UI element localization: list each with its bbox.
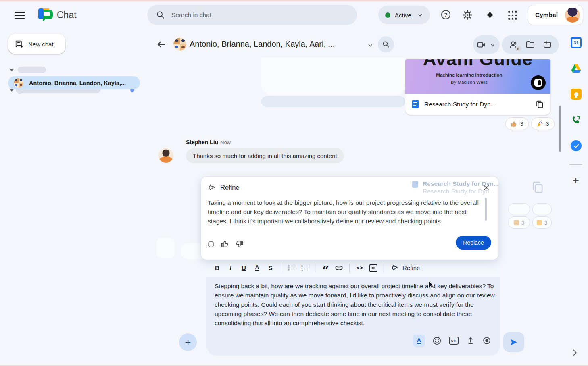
compose-panel: B I U A S 123 “	[206, 259, 500, 356]
reaction-party-popper[interactable]: 3	[531, 117, 555, 130]
attachment-row[interactable]: Research Study for Dyn...	[405, 94, 550, 115]
close-icon[interactable]	[483, 184, 490, 191]
app-title: Chat	[57, 10, 77, 21]
google-voice-icon[interactable]	[571, 114, 582, 125]
back-arrow-icon[interactable]	[156, 40, 166, 49]
refine-dialog-title: Refine	[220, 184, 240, 191]
link-icon	[335, 264, 343, 272]
google-chat-window: Chat Active ? Cymbal	[0, 0, 588, 366]
conversation-section-header[interactable]	[8, 63, 138, 76]
status-selector[interactable]: Active	[378, 6, 430, 24]
replace-button[interactable]: Replace	[456, 236, 491, 250]
document-cover-byline: By Madison Wells	[405, 80, 533, 85]
add-app-button[interactable]: +	[570, 175, 582, 186]
ghost-message-bubble	[261, 58, 405, 95]
expand-panel-chevron-icon[interactable]	[570, 348, 579, 357]
svg-text:3: 3	[301, 269, 303, 271]
text-color-button[interactable]: A	[255, 265, 259, 271]
thumbs-down-icon[interactable]	[235, 240, 244, 248]
settings-gear-icon[interactable]	[463, 10, 472, 20]
search-input[interactable]	[171, 11, 341, 19]
sender-avatar	[158, 148, 173, 163]
refine-toolbar-button[interactable]: Refine	[388, 264, 423, 272]
reaction-thumbs-up[interactable]: 3	[505, 117, 529, 130]
ghost-avatar	[156, 238, 175, 258]
toolbar-divider	[315, 264, 315, 272]
section-collapse-icon[interactable]	[9, 69, 14, 71]
gif-icon[interactable]: GIF	[449, 337, 459, 345]
code-block-button[interactable]: <>	[367, 262, 379, 274]
copy-icon[interactable]	[535, 100, 544, 109]
ghost-reaction-chip	[532, 203, 552, 215]
reaction-count: 3	[520, 121, 523, 127]
sidebar-item-selected-conversation[interactable]: Antonio, Brianna, Landon, Kayla,...	[8, 76, 140, 89]
main-menu-icon[interactable]	[15, 11, 26, 19]
google-apps-grid-icon[interactable]	[508, 11, 517, 20]
quote-button[interactable]: “	[320, 262, 332, 274]
numbered-list-button[interactable]: 123	[299, 262, 311, 274]
document-cover-title: Avani Guide	[405, 59, 550, 70]
status-label: Active	[395, 12, 411, 19]
numbered-list-icon: 123	[301, 264, 309, 272]
attachment-name: Research Study for Dyn...	[424, 101, 535, 108]
conversation-avatar	[173, 38, 186, 51]
inline-code-button[interactable]: <>	[354, 262, 366, 274]
record-icon[interactable]	[482, 336, 491, 345]
search-bar[interactable]	[147, 5, 357, 25]
google-drive-icon[interactable]	[571, 63, 582, 74]
emoji-icon[interactable]	[432, 336, 442, 345]
new-chat-label: New chat	[28, 41, 54, 48]
bulleted-list-button[interactable]	[286, 262, 297, 274]
refine-suggestion-text: Taking a moment to look at the bigger pi…	[208, 198, 485, 226]
active-status-dot	[385, 12, 390, 18]
mouse-cursor	[428, 281, 436, 289]
google-chat-logo	[38, 8, 53, 21]
new-chat-button[interactable]: New chat	[8, 34, 65, 54]
refine-pencil-icon	[392, 264, 400, 272]
rail-divider	[569, 164, 582, 165]
sender-name: Stephen Liu	[186, 139, 218, 146]
pinned-messages-icon[interactable]	[542, 40, 552, 50]
conversation-search-button[interactable]	[378, 36, 394, 52]
upload-icon[interactable]	[466, 336, 475, 345]
chevron-down-icon	[490, 42, 496, 48]
conversation-title[interactable]: Antonio, Brianna, Landon, Kayla, Aari, .…	[190, 40, 335, 49]
info-icon[interactable]	[207, 241, 215, 248]
gemini-sparkle-icon[interactable]	[485, 10, 495, 20]
reaction-count: 3	[546, 121, 549, 127]
format-letter: A	[417, 337, 421, 344]
send-button[interactable]	[503, 332, 524, 352]
folder-icon[interactable]	[525, 40, 535, 50]
refine-pencil-icon	[208, 183, 217, 192]
new-chat-icon	[15, 40, 23, 48]
formatting-toolbar: B I U A S 123 “	[206, 259, 500, 277]
thumbs-up-icon[interactable]	[221, 240, 229, 248]
members-button[interactable]: 6	[509, 40, 519, 50]
user-avatar[interactable]	[565, 8, 580, 23]
google-docs-icon	[412, 100, 419, 108]
document-cover-subtitle: Machine learning introduction	[405, 73, 533, 77]
help-icon[interactable]: ?	[441, 10, 450, 19]
document-cover-logo	[531, 75, 546, 90]
italic-button[interactable]: I	[225, 262, 236, 274]
search-icon	[382, 40, 390, 48]
top-edge-line	[0, 0, 588, 1]
google-calendar-icon[interactable]: 31	[571, 37, 582, 48]
video-call-button[interactable]	[473, 35, 500, 54]
shared-document-card[interactable]: Avani Guide Machine learning introductio…	[405, 59, 550, 115]
bold-button[interactable]: B	[211, 262, 223, 274]
add-attachment-button[interactable]: +	[179, 333, 197, 351]
chat-scrollbar[interactable]	[559, 106, 561, 152]
dialog-scrollbar[interactable]	[485, 198, 487, 221]
message-timestamp: Now	[220, 139, 231, 146]
strikethrough-button[interactable]: S	[265, 262, 276, 274]
link-button[interactable]	[333, 262, 345, 274]
underline-button[interactable]: U	[238, 262, 250, 274]
message-input[interactable]: Stepping back a bit, how are we tracking…	[215, 281, 499, 328]
google-tasks-icon[interactable]	[571, 140, 582, 151]
ghost-reaction-chip: 3	[532, 216, 552, 229]
account-chip[interactable]: Cymbal	[528, 5, 583, 25]
format-options-button[interactable]: A	[413, 335, 425, 347]
google-keep-icon[interactable]	[571, 89, 582, 100]
title-chevron-down-icon[interactable]	[366, 41, 374, 49]
